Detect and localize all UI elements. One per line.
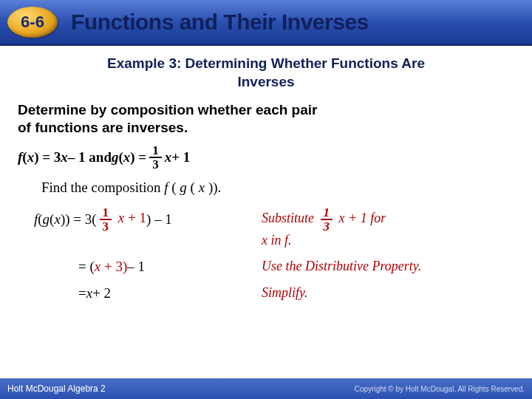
text: ) = [130, 149, 146, 166]
text: ) = 3 [34, 149, 61, 166]
header-bar: 6-6 Functions and Their Inverses [0, 0, 532, 46]
step-row-2: = ( x + 3) – 1 Use the Distributive Prop… [18, 259, 514, 275]
instruction-line2: of functions are inverses. [18, 120, 188, 135]
text: x [27, 149, 35, 166]
text: x [165, 149, 172, 166]
example-heading-line2: Inverses [237, 74, 294, 89]
text: Use the Distributive Property. [262, 259, 421, 275]
math-expression: = x + 2 [18, 285, 262, 301]
example-heading: Example 3: Determining Whether Functions… [18, 55, 514, 91]
copyright-text: Copyright © by Holt McDougal. All Rights… [355, 385, 525, 393]
step-row-3: = x + 2 Simplify. [18, 285, 514, 301]
numerator: 1 [149, 144, 162, 158]
text: Simplify. [262, 285, 308, 301]
text: x [199, 180, 205, 195]
text: x [61, 149, 68, 166]
denominator: 3 [100, 220, 112, 233]
text: x + 1 for [339, 211, 386, 225]
text: = ( [78, 259, 95, 275]
denominator: 3 [321, 220, 333, 233]
instruction-text: Determine by composition whether each pa… [18, 101, 514, 137]
text: = [78, 285, 86, 301]
math-expression: = ( x + 3) – 1 [18, 259, 262, 275]
step-note: Use the Distributive Property. [262, 259, 514, 275]
content-area: Example 3: Determining Whether Functions… [0, 46, 532, 301]
fraction: 1 3 [100, 206, 112, 233]
book-title: Holt McDougal Algebra 2 [7, 383, 106, 394]
text: x [86, 285, 92, 301]
text: ( [191, 180, 195, 195]
denominator: 3 [149, 158, 162, 171]
text: g [112, 149, 119, 166]
step-note: Simplify. [262, 285, 514, 301]
text: x [95, 259, 100, 274]
numerator: 1 [321, 206, 333, 220]
footer-bar: Holt McDougal Algebra 2 Copyright © by H… [0, 378, 532, 399]
text: – 1 and [68, 149, 112, 166]
text: Find the composition [41, 180, 164, 195]
text: ( [171, 180, 176, 195]
text: x [123, 149, 131, 166]
instruction-line1: Determine by composition whether each pa… [18, 102, 317, 117]
text: ) – 1 [146, 211, 172, 228]
text: Substitute [262, 211, 318, 225]
step-note: Substitute 1 3 x + 1 for x in f. [262, 206, 514, 249]
text: )) = 3( [61, 211, 97, 228]
step-row-1: f ( g ( x )) = 3( 1 3 x + 1 ) – 1 Substi… [18, 206, 514, 249]
text: g [43, 211, 50, 228]
fraction: 1 3 [149, 144, 162, 171]
lesson-badge: 6-6 [7, 7, 58, 38]
text: + 2 [92, 285, 111, 301]
find-composition-line: Find the composition f ( g ( x )). [41, 180, 514, 196]
text: + 1 [128, 210, 146, 225]
text: x in f. [262, 233, 292, 248]
text: g [180, 180, 187, 195]
text: x [54, 211, 60, 228]
text: x [118, 210, 124, 225]
math-expression: f ( g ( x )) = 3( 1 3 x + 1 ) – 1 [18, 206, 262, 233]
numerator: 1 [100, 206, 112, 220]
text: )). [208, 180, 221, 195]
example-heading-line1: Example 3: Determining Whether Functions… [107, 55, 425, 71]
function-definitions: f ( x ) = 3 x – 1 and g ( x ) = 1 3 x + … [18, 144, 514, 171]
text: + 1 [171, 149, 190, 166]
text: f [164, 180, 168, 195]
text: – 1 [127, 259, 145, 275]
text: + 3) [100, 259, 127, 274]
fraction: 1 3 [321, 206, 333, 233]
lesson-title: Functions and Their Inverses [71, 10, 369, 35]
